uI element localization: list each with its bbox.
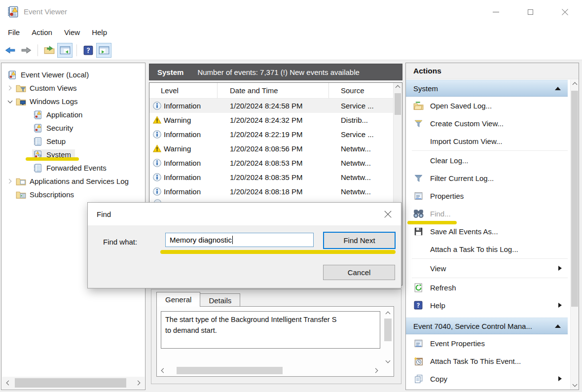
event-list-header: Level Date and Time Source: [149, 83, 402, 99]
tree-item-setup[interactable]: Setup: [1, 135, 145, 148]
expand-chevron-icon[interactable]: [4, 179, 15, 183]
close-icon: [561, 8, 569, 16]
tree-item-security[interactable]: Security: [1, 121, 145, 135]
event-row[interactable]: Information 1/20/2024 8:22:19 PM Service…: [149, 127, 402, 142]
event-datetime: 1/20/2024 8:22:19 PM: [218, 130, 329, 139]
cancel-button[interactable]: Cancel: [323, 265, 395, 280]
action-create-custom-view[interactable]: Create Custom View...: [406, 114, 568, 132]
action-open-saved-log[interactable]: Open Saved Log...: [406, 97, 568, 114]
tree-item-custom-views[interactable]: Custom Views: [1, 81, 145, 95]
event-row[interactable]: Warning 1/20/2024 8:24:32 PM Distrib...: [149, 113, 402, 127]
collapse-triangle-icon[interactable]: [555, 87, 561, 90]
open-folder-icon: [44, 45, 55, 55]
scroll-left-icon[interactable]: [161, 368, 166, 373]
preview-horizontal-scrollbar[interactable]: [159, 366, 380, 375]
show-action-pane-button[interactable]: [96, 43, 111, 58]
scroll-right-icon[interactable]: [136, 381, 141, 386]
action-help[interactable]: Help: [406, 296, 568, 314]
warning-icon: [153, 116, 161, 124]
scrollbar-thumb[interactable]: [395, 93, 401, 115]
action-view[interactable]: View: [406, 259, 568, 277]
tab-general[interactable]: General: [156, 292, 200, 307]
menu-action[interactable]: Action: [26, 26, 58, 39]
column-header-level[interactable]: Level: [149, 83, 218, 98]
expand-chevron-icon[interactable]: [4, 86, 15, 90]
column-header-date-time[interactable]: Date and Time: [218, 83, 329, 98]
tab-details[interactable]: Details: [200, 293, 240, 307]
menu-view[interactable]: View: [58, 26, 86, 39]
event-datetime: 1/20/2024 8:08:53 PM: [218, 159, 329, 167]
scroll-down-icon[interactable]: [571, 380, 579, 389]
help-button[interactable]: [80, 43, 96, 58]
menu-file[interactable]: File: [2, 26, 26, 39]
action-refresh[interactable]: Refresh: [406, 279, 568, 296]
tree-item-event-viewer-local[interactable]: Event Viewer (Local): [1, 68, 145, 81]
find-what-input[interactable]: Memory diagnostic: [165, 233, 314, 247]
scrollbar-thumb[interactable]: [15, 378, 126, 388]
scroll-down-icon[interactable]: [384, 356, 392, 364]
event-properties-icon: [412, 338, 425, 348]
action-label: Attach a Task To this Log...: [430, 245, 518, 253]
action-event-properties[interactable]: Event Properties: [406, 334, 568, 352]
back-button[interactable]: [2, 43, 18, 58]
action-attach-task-to-event[interactable]: Attach Task To This Event...: [406, 352, 568, 370]
event-row[interactable]: Information 1/20/2024 8:08:53 PM Netwtw.…: [149, 156, 402, 170]
menu-help[interactable]: Help: [86, 26, 113, 39]
find-dialog-close-icon[interactable]: [384, 210, 392, 218]
open-saved-log-icon: [412, 101, 425, 110]
tree-item-application[interactable]: Application: [1, 108, 145, 121]
warning-icon: [153, 144, 161, 153]
log-summary: Number of events: 7,371 (!) New events a…: [197, 68, 360, 76]
forward-button[interactable]: [18, 43, 34, 58]
event-source: Netwtw...: [329, 187, 393, 196]
event-row[interactable]: Information 1/20/2024 8:08:18 PM Netwtw.…: [149, 184, 402, 199]
tree-horizontal-scrollbar[interactable]: [2, 377, 145, 389]
action-import-custom-view[interactable]: Import Custom View...: [406, 132, 568, 150]
action-filter-current-log[interactable]: Filter Current Log...: [406, 169, 568, 187]
scrollbar-thumb[interactable]: [384, 319, 392, 341]
event-row[interactable]: Warning 1/20/2024 8:08:56 PM Netwtw...: [149, 142, 402, 156]
action-copy[interactable]: Copy: [406, 370, 568, 388]
tree-item-applications-services-logs[interactable]: Applications and Services Log: [1, 175, 145, 188]
information-icon: [153, 187, 161, 196]
action-properties[interactable]: Properties: [406, 187, 568, 205]
preview-vertical-scrollbar[interactable]: [384, 310, 392, 364]
scroll-up-icon[interactable]: [384, 310, 392, 318]
scroll-right-icon[interactable]: [373, 368, 378, 373]
event-row[interactable]: Information 1/20/2024 8:08:35 PM Netwtw.…: [149, 170, 402, 184]
scrollbar-thumb[interactable]: [571, 91, 578, 307]
minimize-button[interactable]: [478, 0, 513, 24]
event-description-line2: to demand start.: [165, 325, 376, 336]
action-find[interactable]: Find...: [406, 205, 568, 222]
action-clear-log[interactable]: Clear Log...: [406, 151, 568, 169]
export-log-button[interactable]: [41, 43, 57, 58]
actions-section-event-7040[interactable]: Event 7040, Service Control Mana...: [406, 318, 568, 334]
submenu-arrow-icon: [558, 266, 562, 271]
information-icon: [153, 130, 161, 139]
scroll-up-icon[interactable]: [394, 83, 402, 92]
actions-section-system[interactable]: System: [406, 80, 568, 97]
tree-item-windows-logs[interactable]: Windows Logs: [1, 95, 145, 108]
event-source: Distrib...: [329, 116, 393, 124]
scroll-left-icon[interactable]: [6, 381, 11, 386]
scrollbar-thumb[interactable]: [177, 367, 283, 374]
find-next-button[interactable]: Find Next: [323, 232, 396, 249]
find-what-label: Find what:: [103, 238, 137, 246]
actions-scrollbar[interactable]: [570, 80, 579, 390]
scroll-up-icon[interactable]: [571, 80, 579, 89]
show-console-tree-button[interactable]: [57, 43, 73, 58]
tree-item-subscriptions[interactable]: Subscriptions: [1, 188, 145, 201]
close-button[interactable]: [547, 0, 582, 24]
column-header-source[interactable]: Source: [329, 83, 393, 98]
tree-item-forwarded-events[interactable]: Forwarded Events: [1, 161, 145, 175]
collapse-chevron-icon[interactable]: [4, 101, 15, 103]
security-log-icon: [32, 124, 43, 133]
action-save-all-events-as[interactable]: Save All Events As...: [406, 222, 568, 240]
event-level: Information: [164, 173, 201, 181]
event-row[interactable]: Information 1/20/2024 8:24:58 PM Service…: [149, 99, 402, 113]
event-datetime: 1/20/2024 8:08:35 PM: [218, 173, 329, 181]
text-caret: [232, 236, 233, 244]
maximize-button[interactable]: [513, 0, 547, 24]
collapse-triangle-icon[interactable]: [555, 324, 561, 328]
action-attach-task-to-log[interactable]: Attach a Task To this Log...: [406, 240, 568, 258]
